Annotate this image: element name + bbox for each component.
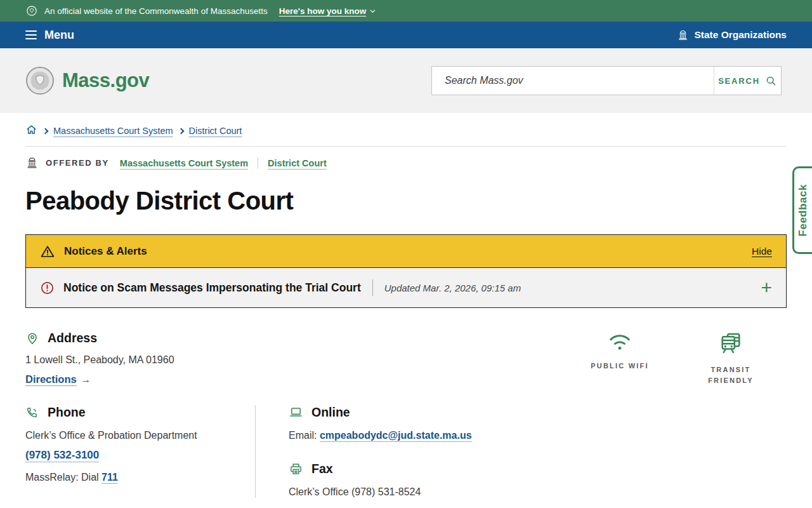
alert-circle-icon: [40, 281, 55, 295]
notices-alerts-header: Notices & Alerts Hide: [26, 235, 786, 267]
menu-button[interactable]: Menu: [25, 29, 74, 42]
massgov-seal-icon: [25, 66, 55, 95]
breadcrumb-divider: [25, 146, 787, 147]
directions-label: Directions: [25, 373, 77, 385]
breadcrumb-separator-icon: [178, 128, 184, 134]
warning-triangle-icon: [40, 244, 55, 259]
site-header: Mass.gov SEARCH: [0, 48, 812, 113]
page-content: Massachusetts Court System District Cour…: [0, 124, 812, 498]
laptop-icon: [289, 405, 303, 420]
address-block: Address 1 Lowell St., Peabody, MA 01960 …: [25, 331, 174, 385]
address-row: Address 1 Lowell St., Peabody, MA 01960 …: [25, 331, 787, 386]
search-icon: [765, 75, 777, 87]
notices-alerts-panel: Notices & Alerts Hide Notice on Scam Mes…: [25, 234, 787, 308]
search-input[interactable]: [432, 67, 714, 95]
page-title: Peabody District Court: [25, 187, 787, 215]
breadcrumb-district-court-link[interactable]: District Court: [189, 126, 242, 136]
massgov-logo[interactable]: Mass.gov: [25, 66, 149, 95]
phone-heading: Phone: [48, 405, 86, 420]
transit-icon: [718, 331, 743, 356]
search-button-label: SEARCH: [718, 76, 760, 86]
directions-link[interactable]: Directions →: [25, 373, 91, 385]
offered-by-divider: [258, 157, 258, 169]
amenities: PUBLIC WIFI TRANSIT FRIENDLY: [579, 331, 772, 386]
home-icon: [25, 124, 37, 136]
capitol-building-icon: [677, 29, 689, 41]
online-heading: Online: [311, 405, 350, 420]
notice-title: Notice on Scam Messages Impersonating th…: [63, 281, 361, 295]
notice-divider: [372, 279, 373, 296]
fax-section: Fax Clerk’s Office (978) 531-8524: [289, 462, 472, 498]
search-bar: SEARCH: [431, 66, 782, 95]
offered-by-row: OFFERED BY Massachusetts Court System Di…: [25, 156, 787, 170]
fax-number-line: Clerk’s Office (978) 531-8524: [289, 486, 472, 498]
notice-row[interactable]: Notice on Scam Messages Impersonating th…: [26, 267, 786, 307]
state-organizations-link[interactable]: State Organizations: [677, 29, 787, 41]
offered-by-label: OFFERED BY: [46, 158, 109, 168]
address-heading-row: Address: [25, 331, 174, 345]
notice-updated-timestamp: Updated Mar. 2, 2026, 09:15 am: [384, 283, 521, 293]
offered-by-district-court-link[interactable]: District Court: [268, 158, 327, 168]
breadcrumb-home-link[interactable]: [25, 124, 37, 138]
menu-label: Menu: [44, 29, 74, 42]
notices-alerts-title: Notices & Alerts: [64, 245, 147, 258]
fax-heading-row: Fax: [289, 462, 472, 476]
address-line: 1 Lowell St., Peabody, MA 01960: [25, 354, 174, 366]
notice-expand-button[interactable]: +: [761, 278, 772, 297]
feedback-label: Feedback: [797, 184, 809, 236]
email-line: Email: cmpeabodydc@jud.state.ma.us: [289, 430, 472, 441]
breadcrumb-court-system-link[interactable]: Massachusetts Court System: [53, 126, 173, 136]
email-link[interactable]: cmpeabodydc@jud.state.ma.us: [320, 430, 472, 441]
state-seal-icon: [25, 4, 38, 17]
transit-friendly-amenity: TRANSIT FRIENDLY: [690, 331, 772, 386]
arrow-right-icon: →: [81, 373, 91, 385]
massgov-logo-text: Mass.gov: [62, 69, 149, 92]
massrelay-line: MassRelay: Dial 711: [25, 472, 242, 483]
breadcrumb: Massachusetts Court System District Cour…: [25, 124, 787, 138]
online-fax-column: Online Email: cmpeabodydc@jud.state.ma.u…: [256, 405, 472, 498]
massrelay-prefix: MassRelay: Dial: [25, 472, 99, 483]
public-wifi-label: PUBLIC WIFI: [591, 361, 648, 371]
search-button[interactable]: SEARCH: [714, 67, 781, 95]
email-label: Email:: [289, 430, 317, 441]
phone-column: Phone Clerk’s Office & Probation Departm…: [25, 405, 256, 498]
wifi-icon: [605, 331, 634, 352]
breadcrumb-separator-icon: [43, 128, 49, 134]
massrelay-711-link[interactable]: 711: [102, 472, 118, 483]
address-heading: Address: [48, 331, 97, 345]
fax-machine-icon: [289, 462, 303, 476]
hide-alerts-link[interactable]: Hide: [752, 246, 772, 257]
phone-heading-row: Phone: [25, 405, 242, 420]
online-heading-row: Online: [289, 405, 472, 420]
official-banner: An official website of the Commonwealth …: [0, 0, 812, 22]
transit-friendly-label: TRANSIT FRIENDLY: [698, 364, 764, 386]
public-wifi-amenity: PUBLIC WIFI: [579, 331, 661, 386]
phone-icon: [25, 406, 39, 420]
heres-how-you-know-link[interactable]: Here's how you know: [279, 6, 377, 16]
fax-heading: Fax: [311, 462, 333, 476]
feedback-tab[interactable]: Feedback: [792, 166, 812, 254]
offered-by-court-system-link[interactable]: Massachusetts Court System: [120, 158, 248, 168]
phone-number-link[interactable]: (978) 532-3100: [25, 449, 99, 462]
state-organizations-label: State Organizations: [694, 29, 787, 41]
hamburger-icon: [25, 30, 37, 40]
location-pin-icon: [25, 331, 39, 345]
contact-section: Phone Clerk’s Office & Probation Departm…: [25, 405, 787, 498]
phone-department: Clerk’s Office & Probation Department: [25, 430, 242, 441]
chevron-down-icon: [369, 8, 376, 15]
official-banner-text: An official website of the Commonwealth …: [44, 6, 268, 16]
heres-how-you-know-label: Here's how you know: [279, 6, 367, 16]
main-nav-bar: Menu State Organizations: [0, 22, 812, 48]
capitol-building-icon: [25, 156, 39, 170]
